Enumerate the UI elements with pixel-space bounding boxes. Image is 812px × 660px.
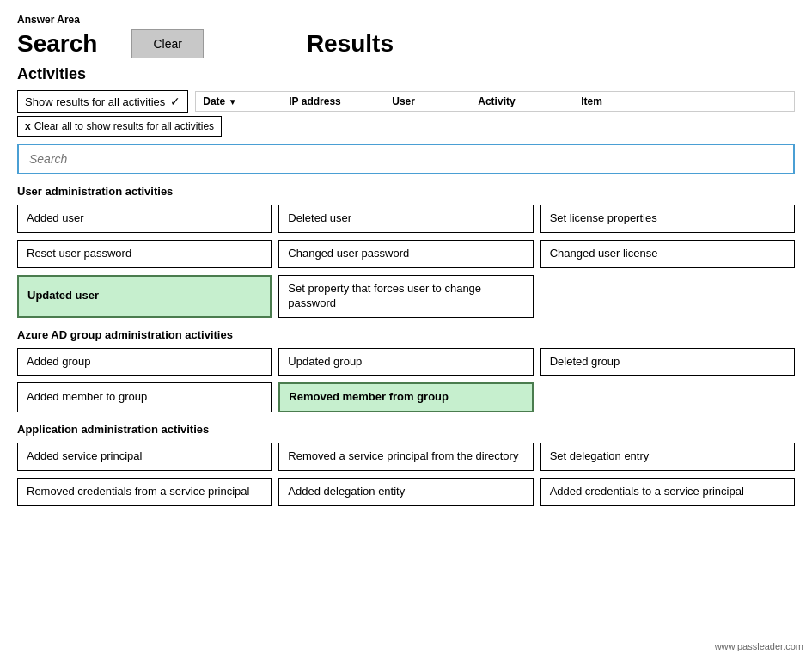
user-admin-empty-cell xyxy=(540,275,795,318)
col-header-item: Item xyxy=(581,95,650,107)
activity-btn-force-change-password[interactable]: Set property that forces user to change … xyxy=(278,275,533,318)
checkmark-icon: ✓ xyxy=(170,95,180,108)
col-header-activity: Activity xyxy=(478,95,581,107)
activity-btn-reset-password[interactable]: Reset user password xyxy=(17,240,272,268)
azure-ad-empty-cell xyxy=(540,382,795,412)
activities-dropdown-label: Show results for all activities xyxy=(25,95,165,108)
activity-btn-changed-license[interactable]: Changed user license xyxy=(540,240,795,268)
col-header-user: User xyxy=(392,95,478,107)
x-icon: x xyxy=(25,120,31,132)
clear-button[interactable]: Clear xyxy=(131,29,203,58)
azure-ad-grid: Added group Updated group Deleted group … xyxy=(17,348,795,413)
sort-arrow-icon: ▼ xyxy=(229,97,237,107)
activity-btn-deleted-group[interactable]: Deleted group xyxy=(540,348,795,376)
answer-area-label: Answer Area xyxy=(17,14,795,26)
app-admin-section-label: Application administration activities xyxy=(17,423,795,436)
clear-tag[interactable]: x Clear all to show results for all acti… xyxy=(17,116,222,137)
search-input-row xyxy=(17,144,795,174)
activities-dropdown[interactable]: Show results for all activities ✓ xyxy=(17,90,188,113)
activity-btn-added-delegation-entity[interactable]: Added delegation entity xyxy=(278,478,533,506)
top-row: Search Clear Results xyxy=(17,29,795,58)
activity-btn-added-group[interactable]: Added group xyxy=(17,348,272,376)
activity-btn-removed-member[interactable]: Removed member from group xyxy=(278,382,533,412)
column-headers: Date ▼ IP address User Activity Item xyxy=(195,91,795,112)
search-title: Search xyxy=(17,30,97,58)
azure-ad-section-label: Azure AD group administration activities xyxy=(17,328,795,341)
clear-tag-label: Clear all to show results for all activi… xyxy=(34,120,214,132)
activity-btn-set-license[interactable]: Set license properties xyxy=(540,205,795,233)
activity-btn-removed-service-principal[interactable]: Removed a service principal from the dir… xyxy=(278,443,533,471)
activity-btn-updated-user[interactable]: Updated user xyxy=(17,275,272,318)
activity-btn-updated-group[interactable]: Updated group xyxy=(278,348,533,376)
watermark: www.passleader.com xyxy=(715,641,803,651)
activity-btn-set-delegation[interactable]: Set delegation entry xyxy=(540,443,795,471)
col-header-ip: IP address xyxy=(289,95,392,107)
results-title: Results xyxy=(307,30,394,58)
activity-btn-changed-password[interactable]: Changed user password xyxy=(278,240,533,268)
activity-btn-added-service-principal[interactable]: Added service principal xyxy=(17,443,272,471)
search-input[interactable] xyxy=(17,144,795,174)
activity-btn-added-credentials[interactable]: Added credentials to a service principal xyxy=(540,478,795,506)
activity-btn-deleted-user[interactable]: Deleted user xyxy=(278,205,533,233)
activity-btn-added-user[interactable]: Added user xyxy=(17,205,272,233)
activity-btn-removed-credentials[interactable]: Removed credentials from a service princ… xyxy=(17,478,272,506)
user-admin-section-label: User administration activities xyxy=(17,185,795,198)
app-admin-grid: Added service principal Removed a servic… xyxy=(17,443,795,506)
activity-btn-added-member[interactable]: Added member to group xyxy=(17,382,272,412)
activities-section-label: Activities xyxy=(17,65,795,83)
clear-tag-row: x Clear all to show results for all acti… xyxy=(17,116,795,137)
col-header-date: Date ▼ xyxy=(203,95,289,107)
table-header-row: Show results for all activities ✓ Date ▼… xyxy=(17,90,795,113)
user-admin-grid: Added user Deleted user Set license prop… xyxy=(17,205,795,318)
